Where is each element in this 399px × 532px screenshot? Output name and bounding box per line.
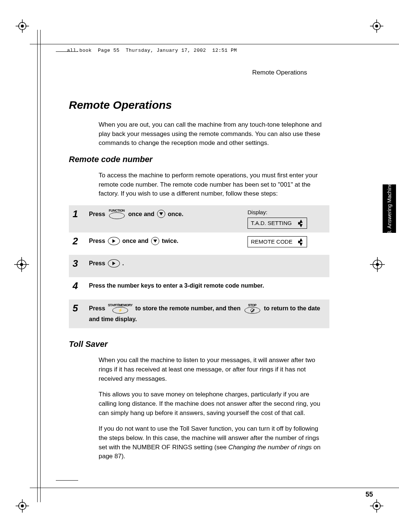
down-button-icon xyxy=(151,237,159,245)
step-text: once and xyxy=(122,236,149,246)
registration-mark-icon xyxy=(369,19,384,34)
step-number: 1 xyxy=(73,209,89,219)
remote-code-paragraph: To access the machine to perform remote … xyxy=(99,171,322,199)
svg-point-23 xyxy=(375,504,378,507)
crop-guide xyxy=(37,30,38,502)
start-memory-button-icon: START/MEMORY ⚡ xyxy=(108,304,133,314)
step-number: 2 xyxy=(73,236,89,246)
step-number: 4 xyxy=(73,281,89,291)
step-text: Press xyxy=(89,236,105,246)
step-text: once. xyxy=(168,209,183,219)
steps-list: 1 Press FUNCTION once and once. Display:… xyxy=(69,205,329,329)
crop-guide xyxy=(30,44,399,44)
registration-mark-icon xyxy=(370,257,385,272)
book-header: all.book Page 55 Thursday, January 17, 2… xyxy=(67,48,237,53)
lcd-display: REMOTE CODE ▲▶▼ xyxy=(248,236,307,247)
step-text: . xyxy=(122,259,124,268)
crop-guide xyxy=(40,30,41,502)
section-heading-toll-saver: Toll Saver xyxy=(69,339,329,349)
step-text: Press the number keys to enter a 3-digit… xyxy=(89,281,264,291)
page-title: Remote Operations xyxy=(69,99,329,111)
crop-guide xyxy=(30,488,399,488)
section-heading-remote-code: Remote code number xyxy=(69,155,329,164)
crop-guide xyxy=(56,480,78,481)
step-text: to store the remote number, and then xyxy=(135,305,241,311)
lcd-text: T.A.D. SETTING xyxy=(251,220,292,226)
lcd-display: T.A.D. SETTING ▲▶▼ xyxy=(248,218,307,229)
stop-button-icon: STOP xyxy=(243,304,261,314)
step-text: once and xyxy=(128,209,154,219)
down-button-icon xyxy=(157,210,165,218)
intro-paragraph: When you are out, you can call the machi… xyxy=(99,120,322,148)
step-text: Press xyxy=(89,259,105,268)
registration-mark-icon xyxy=(14,257,29,272)
chapter-tab-label: 3. Answering Machine xyxy=(386,183,392,234)
step-text: Press xyxy=(89,209,105,219)
step-3: 3 Press . xyxy=(69,255,329,277)
step-5: 5 Press START/MEMORY ⚡ to store the remo… xyxy=(69,300,329,329)
step-text: Press xyxy=(89,305,105,311)
step-2: 2 Press once and twice. REMOTE CODE ▲▶▼ xyxy=(69,232,329,255)
registration-mark-icon xyxy=(15,19,30,34)
registration-mark-icon xyxy=(15,498,30,513)
step-4: 4 Press the number keys to enter a 3-dig… xyxy=(69,277,329,300)
chapter-tab: 3. Answering Machine xyxy=(383,184,396,233)
step-1: 1 Press FUNCTION once and once. Display:… xyxy=(69,205,329,232)
toll-saver-paragraph: When you call the machine to listen to y… xyxy=(99,356,322,383)
running-head: Remote Operations xyxy=(69,69,307,76)
right-button-icon xyxy=(108,237,120,245)
svg-point-5 xyxy=(21,25,24,28)
display-label: Display: xyxy=(248,209,322,215)
toll-saver-paragraph: This allows you to save money on telepho… xyxy=(99,390,322,418)
lcd-text: REMOTE CODE xyxy=(251,238,293,245)
updown-arrows-icon: ▲▶▼ xyxy=(298,238,304,246)
cross-reference-link[interactable]: Changing the number of rings xyxy=(229,444,312,451)
registration-mark-icon xyxy=(369,498,384,513)
updown-arrows-icon: ▲▶▼ xyxy=(298,219,304,227)
function-button-icon: FUNCTION xyxy=(108,209,126,219)
svg-point-27 xyxy=(20,263,23,266)
page-number: 55 xyxy=(366,491,373,498)
svg-point-11 xyxy=(375,25,378,28)
toll-saver-paragraph: If you do not want to use the Toll Saver… xyxy=(99,424,322,461)
right-button-icon xyxy=(108,259,120,267)
step-text: twice. xyxy=(162,236,178,246)
step-number: 5 xyxy=(73,303,89,313)
step-number: 3 xyxy=(73,259,89,268)
svg-point-31 xyxy=(376,263,379,266)
svg-point-17 xyxy=(21,504,24,507)
